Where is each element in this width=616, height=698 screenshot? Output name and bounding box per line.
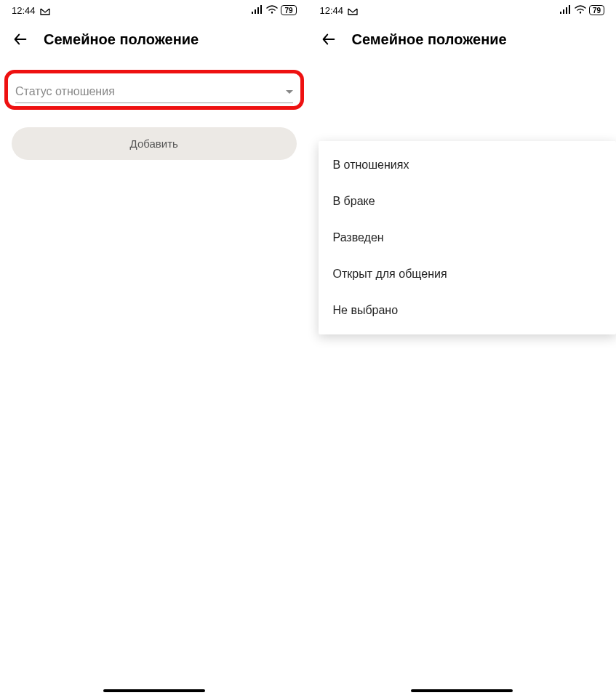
svg-rect-0	[252, 12, 253, 14]
svg-rect-3	[260, 5, 262, 14]
screen-right: 12:44 79 Семейное положение В отношениях…	[308, 0, 617, 698]
status-left: 12:44	[12, 5, 50, 16]
dropdown-option[interactable]: В браке	[319, 183, 617, 220]
svg-rect-6	[563, 9, 564, 14]
dropdown-placeholder: Статус отношения	[15, 85, 115, 98]
page-title: Семейное положение	[44, 31, 199, 48]
status-time: 12:44	[12, 5, 36, 16]
dropdown-option[interactable]: Не выбрано	[319, 292, 617, 329]
page-header: Семейное положение	[308, 20, 617, 58]
page-header: Семейное положение	[0, 20, 308, 58]
screen-left: 12:44 79 Семейное положение Статус отнош…	[0, 0, 308, 698]
page-title: Семейное положение	[352, 31, 507, 48]
dropdown-option[interactable]: Открыт для общения	[319, 256, 617, 292]
relationship-status-menu: В отношениях В браке Разведен Открыт для…	[319, 141, 617, 334]
signal-icon	[560, 5, 572, 16]
content-area: Статус отношения Добавить	[0, 58, 308, 698]
svg-rect-2	[257, 7, 259, 14]
home-indicator[interactable]	[103, 689, 205, 692]
relationship-status-dropdown[interactable]: Статус отношения	[15, 79, 293, 103]
svg-point-9	[580, 11, 581, 12]
status-right: 79	[252, 5, 296, 16]
gmail-icon	[40, 7, 50, 14]
wifi-icon	[266, 5, 278, 16]
status-time: 12:44	[320, 5, 344, 16]
battery-level: 79	[281, 5, 296, 15]
status-right: 79	[560, 5, 604, 16]
add-button[interactable]: Добавить	[12, 127, 297, 160]
status-bar: 12:44 79	[308, 0, 617, 20]
svg-point-4	[271, 11, 273, 12]
status-left: 12:44	[320, 5, 359, 16]
highlight-annotation: Статус отношения	[4, 70, 304, 110]
dropdown-option[interactable]: В отношениях	[319, 147, 617, 183]
svg-rect-8	[569, 5, 570, 14]
battery-level: 79	[589, 5, 604, 15]
content-area: В отношениях В браке Разведен Открыт для…	[308, 58, 617, 698]
chevron-down-icon	[286, 90, 293, 94]
gmail-icon	[348, 7, 358, 14]
svg-rect-5	[560, 12, 561, 14]
home-indicator[interactable]	[411, 689, 513, 692]
wifi-icon	[575, 5, 586, 16]
back-button[interactable]	[320, 31, 337, 48]
dropdown-option[interactable]: Разведен	[319, 220, 617, 256]
signal-icon	[252, 5, 263, 16]
svg-rect-7	[566, 7, 567, 14]
status-bar: 12:44 79	[0, 0, 308, 20]
back-button[interactable]	[12, 31, 29, 48]
svg-rect-1	[255, 9, 256, 14]
